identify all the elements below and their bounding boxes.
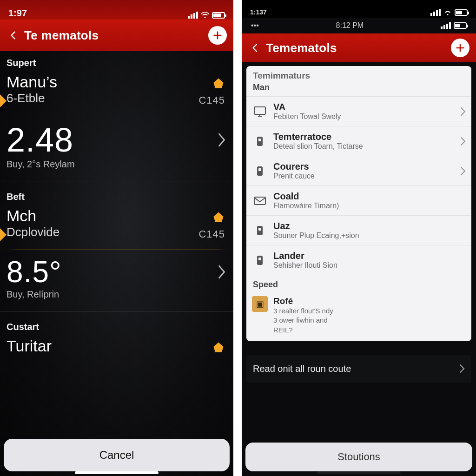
status-center-time: 8:12 PM (336, 21, 364, 30)
status-right (430, 9, 468, 16)
chevron-right-icon (460, 107, 466, 116)
item-sub: Souner Plup Ecaing,+sion (273, 231, 466, 240)
svg-rect-9 (258, 258, 261, 260)
add-button[interactable] (451, 39, 469, 57)
list-item[interactable]: VAFebiten Towal Swely (246, 96, 471, 126)
status-bar: 1:97 (0, 0, 233, 20)
chevron-right-icon (459, 364, 465, 373)
status-right-2 (441, 22, 467, 29)
rofe-line1: 3 realter flout'S ndy (273, 306, 333, 316)
item-sub: Prenit cauce (273, 172, 455, 180)
marker-icon (0, 94, 7, 107)
list-panel: Temimmaturs Man VAFebiten Towal Swely Te… (246, 66, 471, 341)
marker-icon (0, 228, 7, 241)
item-title: Lander (273, 251, 466, 261)
cellular-icon (430, 9, 441, 16)
rofe-title: Rofé (273, 296, 333, 306)
status-time: 1:97 (8, 8, 27, 19)
section-label: Beft (0, 185, 233, 206)
content: Supert Manu’s 6-Etble C145 2.48 Buy, 2°s… (0, 51, 233, 476)
content: ••• 8:12 PM Temematols Temimmaturs Man (242, 18, 476, 476)
wifi-icon (443, 9, 452, 16)
section-label: Custart (0, 315, 233, 336)
device-icon (252, 163, 268, 179)
battery-icon (212, 12, 225, 19)
read-all-label: Read onit all roun coute (253, 364, 351, 374)
item-title: Courers (273, 161, 455, 172)
svg-rect-2 (258, 139, 261, 141)
bottom-label: Stoutions (337, 451, 380, 463)
page-title: Temematols (262, 41, 451, 55)
chevron-right-icon (217, 132, 227, 148)
card-3[interactable]: Turitar (0, 336, 233, 355)
secondary-status: ••• 8:12 PM (242, 18, 476, 33)
card-value: 8.5° (7, 255, 217, 289)
panel-section-speed: Speed (246, 275, 471, 292)
wifi-icon (201, 12, 209, 19)
item-title: Uaz (273, 221, 466, 231)
item-title: VA (273, 102, 455, 112)
card-title: Turitar (7, 337, 227, 355)
card-title: Mch (7, 207, 227, 225)
divider (7, 116, 227, 116)
item-sub: Deteal slion Toarn, Tictarse (273, 142, 455, 151)
card-code: C145 (198, 228, 225, 240)
svg-rect-4 (258, 168, 261, 171)
panel-header: Temimmaturs (246, 66, 471, 82)
add-button[interactable] (208, 26, 227, 45)
phone-left: 1:97 Te mematols Supert Manu’ (0, 0, 233, 476)
briefcase-icon: ▣ (252, 296, 268, 312)
monitor-icon (252, 104, 268, 119)
divider (0, 311, 233, 311)
item-sub: Febiten Towal Swely (273, 112, 455, 121)
card-subtitle: Dcplovide (7, 225, 227, 239)
section-label: Supert (0, 51, 233, 72)
home-indicator (317, 471, 401, 474)
card-code: C145 (198, 94, 225, 106)
device-icon (252, 252, 268, 268)
value-row-1[interactable]: 2.48 (0, 121, 233, 159)
battery-icon (454, 22, 467, 29)
value-row-2[interactable]: 8.5° (0, 255, 233, 289)
svg-rect-0 (254, 107, 265, 114)
status-bar: 1:137 (242, 0, 476, 18)
list-item[interactable]: CourersPrenit cauce (246, 156, 471, 185)
back-button[interactable] (7, 28, 20, 42)
cancel-button[interactable]: Cancel (4, 439, 230, 471)
rofe-line2: 3 ower fiwhin and (273, 316, 333, 325)
item-sub: Flamowáire Timarn) (273, 202, 466, 210)
device-icon (252, 133, 268, 149)
bottom-button[interactable]: Stoutions (245, 443, 472, 471)
card-caption: Buy, Relíprin (0, 289, 233, 307)
svg-rect-7 (258, 228, 261, 231)
tag-icon (212, 211, 225, 224)
rofe-line3: REIL? (273, 325, 333, 335)
panel-subheader: Man (246, 82, 471, 96)
divider (7, 250, 227, 250)
mail-icon (252, 193, 268, 209)
cellular-icon (188, 12, 198, 19)
tag-icon (212, 341, 225, 354)
back-button[interactable] (248, 41, 262, 55)
app-bar: Temematols (242, 33, 476, 62)
svg-rect-5 (254, 197, 265, 205)
tag-icon (212, 77, 225, 90)
card-subtitle: 6-Etble (7, 91, 227, 106)
card-1[interactable]: Manu’s 6-Etble C145 (0, 72, 233, 113)
list-item[interactable]: UazSouner Plup Ecaing,+sion (246, 215, 471, 245)
device-icon (252, 223, 268, 238)
list-item[interactable]: LanderSehisher Ilouti Sion (246, 245, 471, 275)
chevron-right-icon (217, 264, 227, 280)
list-item[interactable]: TemterratoceDeteal slion Toarn, Tictarse (246, 126, 471, 156)
phone-right: 1:137 ••• 8:12 PM (242, 0, 476, 476)
cancel-label: Cancel (99, 449, 134, 462)
card-2[interactable]: Mch Dcplovide C145 (0, 206, 233, 247)
list-item[interactable]: CoaldFlamowáire Timarn) (246, 185, 471, 215)
rofe-item[interactable]: ▣ Rofé 3 realter flout'S ndy 3 ower fiwh… (246, 292, 471, 341)
card-caption: Buy, 2°s Reylam (0, 159, 233, 177)
battery-icon (455, 9, 468, 16)
home-indicator (75, 471, 159, 474)
read-all-row[interactable]: Read onit all roun coute (246, 355, 471, 383)
card-value: 2.48 (7, 121, 217, 159)
status-time: 1:137 (250, 8, 267, 16)
